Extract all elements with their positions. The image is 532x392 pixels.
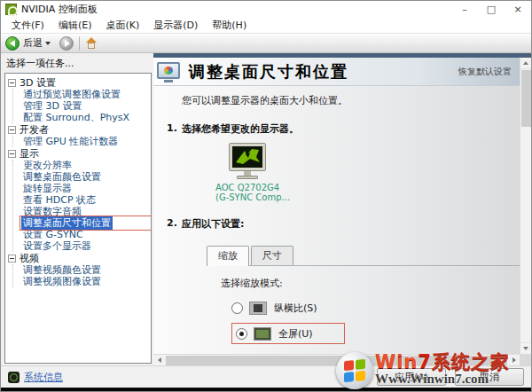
menu-bar: 文件(F) 编辑(E) 桌面(K) 显示器(D) 帮助(H) (1, 18, 531, 34)
monitor-icon (227, 143, 268, 180)
radio-selected-icon[interactable] (236, 328, 247, 340)
nvidia-control-panel-window: NVIDIA 控制面板 – □ × 文件(F) 编辑(E) 桌面(K) 显示器(… (0, 0, 532, 392)
window-title: NVIDIA 控制面板 (21, 3, 98, 16)
sidebar-item-set-multiple-displays[interactable]: 设置多个显示器 (21, 240, 151, 252)
toolbar-separator (79, 36, 80, 51)
tab-scaling[interactable]: 缩放 (207, 246, 249, 266)
scaling-mode-prompt: 选择缩放模式: (221, 277, 531, 290)
horizontal-scroll-thumb[interactable] (166, 356, 507, 365)
title-bar: NVIDIA 控制面板 – □ × (1, 1, 531, 18)
radio-icon[interactable] (231, 302, 243, 314)
monitor-tile[interactable]: AOC Q2702G4 (G-SYNC Comp... (215, 143, 279, 202)
tab-size[interactable]: 尺寸 (251, 246, 293, 265)
radio-aspect-ratio[interactable]: 纵横比(S) (231, 300, 531, 316)
collapse-icon[interactable] (8, 150, 16, 158)
back-icon[interactable] (5, 36, 20, 51)
home-icon[interactable] (85, 37, 98, 50)
fullscreen-icon (254, 327, 271, 341)
settings-tabs: 缩放 尺寸 (207, 245, 531, 266)
aspect-ratio-icon (249, 302, 267, 315)
menu-help[interactable]: 帮助(H) (205, 19, 254, 32)
scroll-down-icon[interactable] (520, 342, 531, 354)
scroll-right-icon[interactable] (508, 355, 520, 366)
horizontal-scrollbar[interactable] (153, 354, 520, 365)
status-bar: 系统信息 应用(A) 取消 (1, 365, 531, 388)
cancel-button[interactable]: 取消 (455, 368, 524, 386)
page-banner: 调整桌面尺寸和位置 恢复默认设置 (153, 58, 531, 86)
scroll-up-icon[interactable] (520, 58, 531, 69)
navigation-toolbar: 后退 (1, 34, 531, 53)
sidebar-item-adjust-video-image[interactable]: 调整视频图像设置 (21, 276, 151, 287)
nvidia-logo-icon (5, 4, 17, 15)
monitor-name: AOC Q2702G4 (G-SYNC Comp... (215, 183, 279, 202)
menu-edit[interactable]: 编辑(E) (51, 19, 99, 32)
close-button[interactable]: × (505, 1, 531, 18)
system-info-link[interactable]: 系统信息 (24, 371, 63, 384)
collapse-icon[interactable] (8, 79, 16, 87)
page-description: 您可以调整显示器的桌面大小和位置。 (182, 94, 531, 107)
menu-file[interactable]: 文件(F) (4, 19, 51, 32)
main-content: 调整桌面尺寸和位置 恢复默认设置 您可以调整显示器的桌面大小和位置。 1. 选择… (153, 53, 531, 365)
step2-heading: 2. 应用以下设置: (182, 217, 531, 231)
vertical-scroll-thumb[interactable] (521, 70, 531, 127)
page-title: 调整桌面尺寸和位置 (189, 61, 348, 82)
back-dropdown-caret-icon[interactable] (45, 42, 51, 45)
vertical-scrollbar[interactable] (520, 58, 531, 354)
restore-defaults-link[interactable]: 恢复默认设置 (458, 66, 512, 78)
collapse-icon[interactable] (8, 255, 16, 263)
task-sidebar: 选择一项任务... 3D 设置 通过预览调整图像设置 管理 3D 设置 配置 S… (1, 53, 153, 365)
minimize-button[interactable]: – (451, 1, 478, 18)
apply-button[interactable]: 应用(A) (377, 368, 446, 386)
step1-heading: 1. 选择您希望更改的显示器。 (182, 122, 531, 136)
task-tree: 3D 设置 通过预览调整图像设置 管理 3D 设置 配置 Surround、Ph… (4, 73, 152, 364)
menu-display[interactable]: 显示器(D) (146, 19, 205, 32)
collapse-icon[interactable] (8, 126, 16, 134)
scroll-left-icon[interactable] (153, 355, 165, 366)
sidebar-item-manage-gpu-counters[interactable]: 管理 GPU 性能计数器 (21, 136, 151, 147)
menu-desktop[interactable]: 桌面(K) (98, 19, 146, 32)
forward-icon[interactable] (59, 36, 74, 51)
maximize-button[interactable]: □ (478, 1, 505, 18)
system-info[interactable]: 系统信息 (8, 371, 63, 384)
radio-fullscreen[interactable]: 全屏(U) (231, 323, 345, 344)
sidebar-item-configure-surround-physx[interactable]: 配置 Surround、PhysX (21, 112, 151, 123)
system-info-icon (8, 372, 20, 383)
sidebar-header: 选择一项任务... (4, 56, 152, 73)
display-settings-icon (157, 61, 182, 82)
back-button-label[interactable]: 后退 (23, 36, 43, 50)
bottom-border-strip (1, 388, 531, 392)
